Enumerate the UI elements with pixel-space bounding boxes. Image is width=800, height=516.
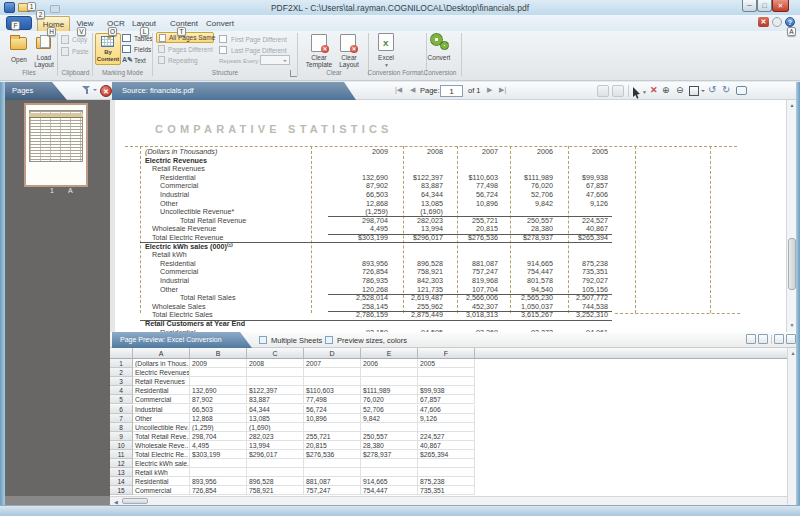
sheet-cell[interactable]: 47,606 (418, 405, 475, 414)
sheet-cell[interactable]: Total Retail Reve.. (133, 432, 190, 441)
sheet-cell[interactable]: 87,902 (190, 395, 247, 404)
sheet-cell[interactable]: 2007 (304, 359, 361, 368)
sheet-cell[interactable] (418, 368, 475, 377)
sheet-cell[interactable]: Commercial (133, 395, 190, 404)
fit-page-icon[interactable] (689, 86, 699, 96)
sheet-cell[interactable]: Commercial (133, 486, 190, 495)
load-layout-button[interactable]: LoadLayout (33, 54, 55, 68)
sheet-cell[interactable]: Retail Revenues (133, 377, 190, 386)
rotate-left-icon[interactable]: ↺ (708, 84, 716, 95)
sheet-cell[interactable]: 56,724 (304, 405, 361, 414)
sheet-col-c[interactable]: C (247, 348, 304, 359)
preview-grid-icon[interactable] (746, 334, 756, 344)
multiple-sheets-checkbox[interactable] (259, 336, 267, 344)
convert-button[interactable]: Convert (424, 54, 454, 61)
by-content-button[interactable]: ByContent (95, 33, 121, 65)
sheet-cell[interactable]: Industrial (133, 405, 190, 414)
sheet-cell[interactable]: 2008 (247, 359, 304, 368)
document-vertical-scrollbar[interactable]: ▲ ▼ (786, 100, 796, 332)
sheet-cell[interactable] (304, 423, 361, 432)
sheet-cell[interactable]: 13,085 (247, 414, 304, 423)
qat-dropdown-icon[interactable] (50, 5, 60, 13)
sheet-cell[interactable] (247, 468, 304, 477)
sheet-cell[interactable]: 76,020 (361, 395, 418, 404)
fields-icon[interactable] (122, 45, 131, 53)
comment-panel-icon[interactable] (736, 86, 747, 95)
clear-layout-button[interactable]: ClearLayout (334, 54, 364, 68)
scrollbar-thumb[interactable] (788, 238, 796, 290)
sheet-cell[interactable]: $111,989 (361, 386, 418, 395)
sheet-cell[interactable]: 2009 (190, 359, 247, 368)
sheet-cell[interactable] (361, 459, 418, 468)
sheet-cell[interactable]: Total Electric Re.. (133, 450, 190, 459)
sheet-cell[interactable]: $296,017 (247, 450, 304, 459)
sheet-cell[interactable] (361, 377, 418, 386)
sheet-horizontal-scrollbar[interactable]: ◀ (110, 496, 787, 505)
sheet-vertical-scrollbar[interactable]: ▲ (787, 348, 796, 505)
sheet-cell[interactable]: Other (133, 414, 190, 423)
sheet-row-number[interactable]: 14 (110, 477, 133, 486)
delete-mark-icon[interactable]: ✕ (650, 85, 658, 95)
fields-button[interactable]: Fields (134, 46, 151, 53)
zoom-in-icon[interactable]: ⊕ (662, 85, 670, 95)
preview-tab[interactable]: Page Preview: Excel Conversion (112, 332, 252, 348)
cursor-dropdown-arrow[interactable]: ▼ (642, 89, 647, 95)
open-button[interactable]: Open (8, 56, 30, 63)
rotate-right-icon[interactable]: ↻ (722, 84, 730, 95)
sheet-cell[interactable]: Residential (133, 386, 190, 395)
sheet-cell[interactable]: 2005 (418, 359, 475, 368)
sheet-cell[interactable]: $303,199 (190, 450, 247, 459)
sheet-hscroll-thumb[interactable] (122, 498, 148, 504)
sheet-cell[interactable] (304, 377, 361, 386)
sheet-cell[interactable] (190, 377, 247, 386)
sheet-cell[interactable]: 10,896 (304, 414, 361, 423)
sheet-cell[interactable]: Residential (133, 477, 190, 486)
sheet-cell[interactable] (304, 468, 361, 477)
sheet-row-number[interactable]: 13 (110, 468, 133, 477)
excel-dropdown-arrow[interactable]: ▼ (384, 62, 389, 68)
sheet-cell[interactable] (190, 459, 247, 468)
sheet-cell[interactable]: 893,956 (190, 477, 247, 486)
app-icon[interactable] (4, 2, 15, 13)
tables-button[interactable]: Tables (134, 35, 153, 42)
sheet-cell[interactable]: Electric kWh sale.. (133, 459, 190, 468)
sheet-cell[interactable]: 20,815 (304, 441, 361, 450)
sheet-cell[interactable]: 83,887 (247, 395, 304, 404)
maximize-button[interactable]: □ (757, 0, 772, 12)
sheet-cell[interactable] (361, 368, 418, 377)
preview-export-icon[interactable] (774, 334, 784, 344)
sheet-col-d[interactable]: D (304, 348, 361, 359)
excel-button[interactable]: Excel (374, 54, 398, 61)
source-tab[interactable]: Source: financials.pdf (112, 82, 356, 100)
sheet-row-number[interactable]: 3 (110, 377, 133, 386)
tab-convert[interactable]: Convert (205, 16, 235, 31)
options-icon[interactable] (772, 17, 782, 27)
document-view[interactable]: COMPARATIVE STATISTICS (Dollars in Thous… (115, 100, 786, 332)
scroll-up-arrow[interactable]: ▲ (788, 102, 796, 108)
sheet-cell[interactable]: 52,706 (361, 405, 418, 414)
sheet-cell[interactable]: 13,994 (247, 441, 304, 450)
sheet-cell[interactable]: $110,603 (304, 386, 361, 395)
sheet-cell[interactable]: $99,938 (418, 386, 475, 395)
text-button[interactable]: Text (134, 57, 146, 64)
sheet-cell[interactable]: $276,536 (304, 450, 361, 459)
sheet-cell[interactable]: 754,447 (361, 486, 418, 495)
sheet-cell[interactable] (304, 459, 361, 468)
sheet-cell[interactable] (190, 468, 247, 477)
pages-panel-close-icon[interactable]: ✕ (100, 85, 112, 97)
sheet-row-number[interactable]: 2 (110, 368, 133, 377)
sheet-cell[interactable]: 881,087 (304, 477, 361, 486)
sheet-cell[interactable] (418, 377, 475, 386)
sheet-cell[interactable]: 4,495 (190, 441, 247, 450)
sheet-cell[interactable]: 132,690 (190, 386, 247, 395)
sheet-cell[interactable] (247, 368, 304, 377)
sheet-cell[interactable]: 12,868 (190, 414, 247, 423)
sheet-cell[interactable]: 896,528 (247, 477, 304, 486)
sheet-cell[interactable]: Wholesale Reve.. (133, 441, 190, 450)
filter-dropdown-arrow[interactable] (93, 89, 97, 93)
page-number-input[interactable]: 1 (440, 85, 463, 97)
sheet-cell[interactable]: 914,665 (361, 477, 418, 486)
sheet-cell[interactable]: 255,721 (304, 432, 361, 441)
sheet-cell[interactable] (247, 377, 304, 386)
sheet-row-number[interactable]: 8 (110, 423, 133, 432)
